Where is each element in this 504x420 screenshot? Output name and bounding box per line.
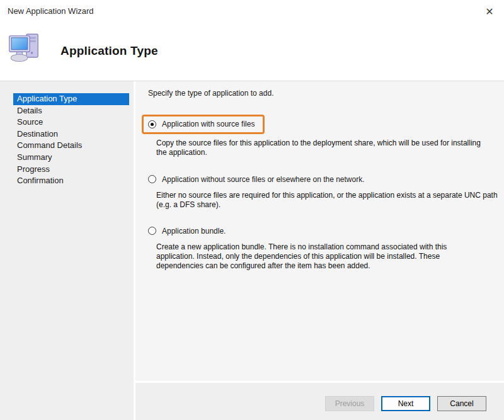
wizard-steps-sidebar: Application Type Details Source Destinat… (0, 81, 134, 420)
option-description: Copy the source files for this applicati… (156, 139, 488, 157)
radio-row-without-source-files[interactable]: Application without source files or else… (148, 175, 365, 184)
wizard-header: Application Type (0, 23, 504, 81)
sidebar-item-summary[interactable]: Summary (13, 152, 129, 164)
next-button[interactable]: Next (381, 396, 430, 411)
instruction-text: Specify the type of application to add. (148, 89, 504, 98)
option-label: Application with source files (162, 120, 255, 128)
previous-button[interactable]: Previous (325, 396, 374, 411)
sidebar-item-destination[interactable]: Destination (13, 128, 129, 140)
option-application-without-source-files: Application without source files or else… (148, 174, 504, 210)
option-label: Application without source files or else… (162, 175, 365, 184)
option-label: Application bundle. (162, 227, 226, 236)
sidebar-item-source[interactable]: Source (13, 116, 129, 128)
wizard-content-pane: Specify the type of application to add. … (135, 81, 504, 381)
titlebar: New Application Wizard ✕ (0, 0, 504, 23)
radio-row-application-bundle[interactable]: Application bundle. (148, 227, 226, 236)
radio-row-source-files[interactable]: Application with source files (148, 120, 255, 128)
close-icon[interactable]: ✕ (481, 3, 498, 20)
wizard-steps-list: Application Type Details Source Destinat… (13, 93, 129, 187)
radio-button-checked-icon[interactable] (148, 120, 156, 128)
cancel-button[interactable]: Cancel (437, 396, 486, 411)
option-description: Create a new application bundle. There i… (156, 242, 460, 271)
radio-button-icon[interactable] (148, 227, 156, 235)
wizard-footer: Previous Next Cancel (135, 383, 504, 420)
new-application-wizard-dialog: New Application Wizard ✕ Ap (0, 0, 504, 420)
sidebar-item-application-type[interactable]: Application Type (13, 93, 129, 105)
annotation-highlight-box: Application with source files (142, 115, 265, 134)
page-title: Application Type (60, 44, 158, 58)
sidebar-item-confirmation[interactable]: Confirmation (13, 175, 129, 187)
radio-button-icon[interactable] (148, 175, 156, 183)
option-application-with-source-files: Application with source files Copy the s… (148, 115, 504, 157)
button-row: Previous Next Cancel (135, 383, 504, 411)
sidebar-item-command-details[interactable]: Command Details (13, 140, 129, 152)
option-application-bundle: Application bundle. Create a new applica… (148, 226, 504, 271)
computer-icon (8, 31, 43, 66)
option-description: Either no source files are required for … (156, 191, 500, 210)
sidebar-item-progress[interactable]: Progress (13, 164, 129, 176)
sidebar-item-details[interactable]: Details (13, 105, 129, 117)
window-title: New Application Wizard (8, 6, 94, 16)
